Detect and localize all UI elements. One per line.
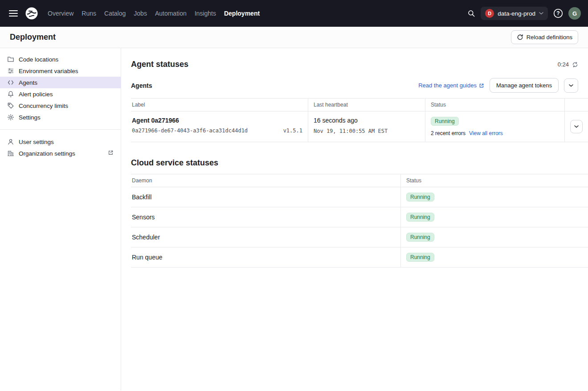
dagster-logo-icon[interactable] (24, 6, 39, 21)
column-header-actions (565, 99, 588, 111)
deployment-name: data-eng-prod (498, 10, 535, 17)
view-all-errors-link[interactable]: View all errors (469, 130, 503, 136)
external-link-icon (108, 150, 114, 157)
help-icon[interactable]: ? (553, 8, 563, 18)
daemon-row-scheduler: Scheduler Running (131, 227, 588, 247)
chevron-down-icon (574, 125, 579, 128)
agent-statuses-header: Agent statuses 0:24 (131, 48, 588, 69)
nav-item-jobs[interactable]: Jobs (130, 0, 151, 27)
daemon-row-sensors: Sensors Running (131, 207, 588, 227)
nav-item-insights[interactable]: Insights (191, 0, 220, 27)
agents-table: Label Last heartbeat Status Agent 0a2719… (131, 98, 588, 142)
reload-icon (517, 34, 523, 41)
status-badge: Running (431, 117, 459, 126)
agents-section-label: Agents (131, 82, 152, 89)
daemon-name: Sensors (131, 207, 401, 227)
folder-icon (7, 56, 14, 63)
sidebar-item-agents[interactable]: Agents (0, 77, 121, 88)
building-icon (7, 150, 14, 157)
sidebar-item-user-settings[interactable]: User settings (0, 136, 121, 148)
sidebar-divider (0, 129, 121, 130)
reload-definitions-button[interactable]: Reload definitions (511, 30, 578, 44)
agents-toolbar: Agents Read the agent guides Manage agen… (131, 78, 588, 93)
daemon-name: Backfill (131, 187, 401, 207)
heartbeat-timestamp: Nov 19, 11:00:55 AM EST (314, 128, 420, 134)
nav-item-overview[interactable]: Overview (44, 0, 78, 27)
daemon-name: Scheduler (131, 227, 401, 247)
cloud-services-table: Daemon Status Backfill Running Sensors R… (131, 174, 588, 268)
topnav-right: D data-eng-prod ? G (467, 7, 581, 20)
deployment-selector[interactable]: D data-eng-prod (481, 7, 548, 20)
bell-icon (7, 91, 14, 98)
agent-label-cell: Agent 0a271966 0a271966-de67-4043-a3f6-a… (131, 111, 308, 142)
agent-id: 0a271966-de67-4043-a3f6-aca31dc44d1d (132, 128, 248, 134)
cloud-table-header: Daemon Status (131, 174, 588, 187)
chevron-down-icon (569, 84, 573, 87)
refresh-timer: 0:24 (558, 61, 569, 68)
external-link-icon (479, 83, 484, 88)
person-icon (7, 138, 14, 145)
daemon-row-backfill: Backfill Running (131, 187, 588, 207)
status-badge: Running (406, 253, 434, 262)
status-badge: Running (406, 233, 434, 242)
nav-item-deployment[interactable]: Deployment (220, 0, 264, 27)
agents-more-actions-button[interactable] (564, 78, 578, 93)
sidebar-item-alert-policies[interactable]: Alert policies (0, 88, 121, 100)
refresh-icon[interactable] (572, 62, 578, 68)
cloud-service-statuses-title: Cloud service statuses (131, 158, 588, 168)
svg-text:?: ? (556, 10, 559, 16)
sliders-icon (7, 67, 14, 74)
hamburger-menu-icon[interactable] (6, 6, 20, 21)
daemon-row-run-queue: Run queue Running (131, 247, 588, 268)
sidebar-item-environment-variables[interactable]: Environment variables (0, 65, 121, 77)
recent-errors-text: 2 recent errors (431, 130, 466, 136)
agent-statuses-title: Agent statuses (131, 60, 188, 69)
agent-name: Agent 0a271966 (132, 117, 302, 124)
sidebar: Code locations Environment variables Age… (0, 48, 121, 391)
nav-item-automation[interactable]: Automation (151, 0, 191, 27)
agent-actions-cell (565, 111, 588, 142)
main-nav: Overview Runs Catalog Jobs Automation In… (44, 0, 264, 27)
page-header: Deployment Reload definitions (0, 27, 588, 48)
sidebar-item-organization-settings[interactable]: Organization settings (0, 148, 121, 159)
status-badge: Running (406, 193, 434, 202)
status-badge: Running (406, 213, 434, 222)
sidebar-item-concurrency-limits[interactable]: Concurrency limits (0, 100, 121, 111)
chevron-down-icon (539, 12, 543, 15)
top-nav: Overview Runs Catalog Jobs Automation In… (0, 0, 588, 27)
page-title: Deployment (10, 33, 56, 42)
agent-guides-link[interactable]: Read the agent guides (418, 82, 484, 89)
refresh-countdown: 0:24 (558, 61, 578, 68)
column-header-label: Label (131, 99, 308, 111)
nav-item-runs[interactable]: Runs (78, 0, 100, 27)
column-header-status: Status (425, 99, 565, 111)
gear-icon (7, 114, 14, 121)
agent-row-expand-button[interactable] (570, 120, 583, 133)
manage-agent-tokens-button[interactable]: Manage agent tokens (490, 78, 559, 93)
column-header-last-heartbeat: Last heartbeat (308, 99, 425, 111)
agent-heartbeat-cell: 16 seconds ago Nov 19, 11:00:55 AM EST (308, 111, 425, 142)
agent-status-cell: Running 2 recent errors View all errors (425, 111, 565, 142)
agents-table-header: Label Last heartbeat Status (131, 98, 588, 111)
heartbeat-relative: 16 seconds ago (314, 117, 420, 124)
nav-item-catalog[interactable]: Catalog (100, 0, 130, 27)
agent-row: Agent 0a271966 0a271966-de67-4043-a3f6-a… (131, 111, 588, 142)
tag-icon (7, 102, 14, 109)
sidebar-item-settings[interactable]: Settings (0, 111, 121, 123)
sidebar-item-code-locations[interactable]: Code locations (0, 54, 121, 65)
agent-version: v1.5.1 (283, 128, 302, 134)
daemon-name: Run queue (131, 247, 401, 267)
main-content: Agent statuses 0:24 Agents Read the agen… (121, 48, 588, 391)
avatar[interactable]: G (568, 7, 581, 20)
agent-icon (7, 79, 14, 86)
column-header-daemon: Daemon (131, 174, 401, 187)
search-icon[interactable] (467, 9, 475, 17)
deployment-badge: D (485, 9, 494, 18)
column-header-status: Status (401, 174, 588, 187)
